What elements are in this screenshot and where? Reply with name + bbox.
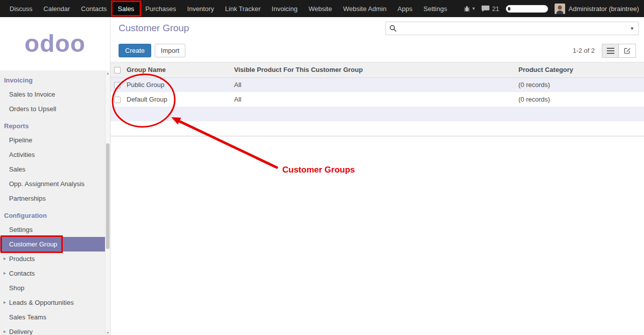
table-row[interactable]: Default Group All (0 records) [111,92,644,107]
list-view: Group Name Visible Product For This Cust… [111,62,644,136]
sidebar: odoo Invoicing Sales to Invoice Orders t… [0,17,111,335]
sidebar-item-sales-teams[interactable]: Sales Teams [0,310,105,324]
chevron-right-icon: ▸ [4,299,6,305]
import-button[interactable]: Import [155,44,185,57]
topbar-menu-link-tracker[interactable]: Link Tracker [220,0,266,17]
control-panel-top: Customer Group ▾ [111,17,644,39]
sidebar-item-products-label: Products [9,255,35,263]
breadcrumb-title: Customer Group [119,23,189,34]
sidebar-item-contacts[interactable]: ▸ Contacts [0,266,105,281]
search-input[interactable] [397,25,629,32]
logo-area: odoo [0,17,110,70]
sidebar-item-sales-to-invoice[interactable]: Sales to Invoice [0,87,105,102]
topbar-menu-website-admin[interactable]: Website Admin [338,0,392,17]
sidebar-item-activities[interactable]: Activities [0,147,105,162]
column-header-group-name[interactable]: Group Name [124,62,231,77]
sidebar-section-configuration: Configuration [0,206,105,222]
sidebar-scrollbar[interactable]: ▲ ▼ [105,70,110,335]
topbar-menu-website[interactable]: Website [303,0,338,17]
sidebar-item-delivery[interactable]: ▸ Delivery [0,324,105,335]
table-row[interactable]: Public Group All (0 records) [111,77,644,92]
sidebar-item-pipeline[interactable]: Pipeline [0,133,105,147]
topbar-menu-calendar[interactable]: Calendar [38,0,76,17]
column-header-visible-product[interactable]: Visible Product For This Customer Group [231,62,515,77]
sidebar-item-contacts-label: Contacts [9,270,35,277]
topbar-menu-inventory[interactable]: Inventory [182,0,220,17]
chevron-right-icon: ▸ [4,270,6,276]
topbar-menu-settings[interactable]: Settings [418,0,453,17]
edit-form-icon [623,47,631,54]
column-header-product-category[interactable]: Product Category [515,62,644,77]
sidebar-item-leads-opportunities-label: Leads & Opportunities [9,299,74,306]
control-panel-bottom: Create Import 1-2 of 2 [111,39,644,62]
customer-group-table: Group Name Visible Product For This Cust… [111,62,644,136]
topbar-menu-sales-label: Sales [118,5,135,13]
list-view-button[interactable] [602,44,619,58]
scroll-up-arrow[interactable]: ▲ [105,70,110,75]
search-icon [389,25,397,32]
cell-visible-product: All [231,92,515,107]
cell-product-category: (0 records) [515,92,644,107]
user-menu-button[interactable]: Administrator (braintree) [555,4,639,14]
sidebar-item-settings[interactable]: Settings [0,222,105,237]
chevron-right-icon: ▸ [4,256,6,261]
sidebar-item-products[interactable]: ▸ Products [0,252,105,266]
progress-pill-notch [508,7,510,11]
cell-group-name: Public Group [124,77,231,92]
sidebar-item-opp-assignment-analysis[interactable]: Opp. Assignment Analysis [0,177,105,191]
list-view-icon [607,48,614,54]
sidebar-item-sales[interactable]: Sales [0,162,105,177]
sidebar-item-partnerships[interactable]: Partnerships [0,191,105,206]
row-checkbox[interactable] [114,97,121,103]
topbar-menu-discuss[interactable]: Discuss [4,0,38,17]
debug-menu-button[interactable]: ▾ [464,6,475,12]
topbar-right: ▾ 21 Administrator (braintree) [464,0,644,17]
progress-pill[interactable] [506,5,548,13]
scroll-down-arrow[interactable]: ▼ [105,330,110,335]
form-view-button[interactable] [619,44,636,58]
sidebar-item-delivery-label: Delivery [9,328,33,335]
table-header-row: Group Name Visible Product For This Cust… [111,62,644,77]
cell-visible-product: All [231,77,515,92]
messages-count: 21 [492,5,499,13]
messages-button[interactable]: 21 [481,5,499,13]
main-area: odoo Invoicing Sales to Invoice Orders t… [0,17,644,335]
odoo-logo: odoo [25,32,85,56]
sidebar-item-customer-group[interactable]: Customer Group [0,237,105,252]
user-avatar [555,4,565,14]
sidebar-item-shop[interactable]: Shop [0,281,105,295]
topbar: Discuss Calendar Contacts Sales Purchase… [0,0,644,17]
sidebar-item-leads-opportunities[interactable]: ▸ Leads & Opportunities [0,295,105,310]
search-dropdown-caret-icon[interactable]: ▾ [629,25,635,32]
topbar-menu-apps[interactable]: Apps [392,0,418,17]
sidebar-item-customer-group-label: Customer Group [9,240,57,248]
search-box: ▾ [385,22,639,35]
topbar-menus: Discuss Calendar Contacts Sales Purchase… [0,0,453,17]
chat-bubble-icon [481,5,490,12]
row-checkbox[interactable] [114,82,121,89]
topbar-menu-sales[interactable]: Sales [113,0,140,17]
topbar-menu-contacts[interactable]: Contacts [75,0,112,17]
empty-row [111,121,644,136]
empty-row [111,107,644,121]
sidebar-item-orders-to-upsell[interactable]: Orders to Upsell [0,102,105,116]
sidebar-menu: Invoicing Sales to Invoice Orders to Ups… [0,70,105,335]
view-switcher [602,44,636,58]
sidebar-section-reports: Reports [0,116,105,133]
caret-down-icon: ▾ [472,6,475,11]
cell-product-category: (0 records) [515,77,644,92]
cell-group-name: Default Group [124,92,231,107]
select-all-checkbox[interactable] [114,67,121,73]
scrollbar-thumb[interactable] [106,143,110,249]
chevron-right-icon: ▸ [4,328,6,334]
sidebar-section-invoicing: Invoicing [0,70,105,87]
user-name-label: Administrator (braintree) [569,5,639,13]
content-area: Customer Group ▾ Create Import 1-2 of 2 [111,17,644,335]
topbar-menu-invoicing[interactable]: Invoicing [266,0,303,17]
create-button[interactable]: Create [119,44,151,57]
topbar-menu-purchases[interactable]: Purchases [140,0,181,17]
pager-range: 1-2 of 2 [573,47,595,54]
bug-icon [464,6,470,12]
